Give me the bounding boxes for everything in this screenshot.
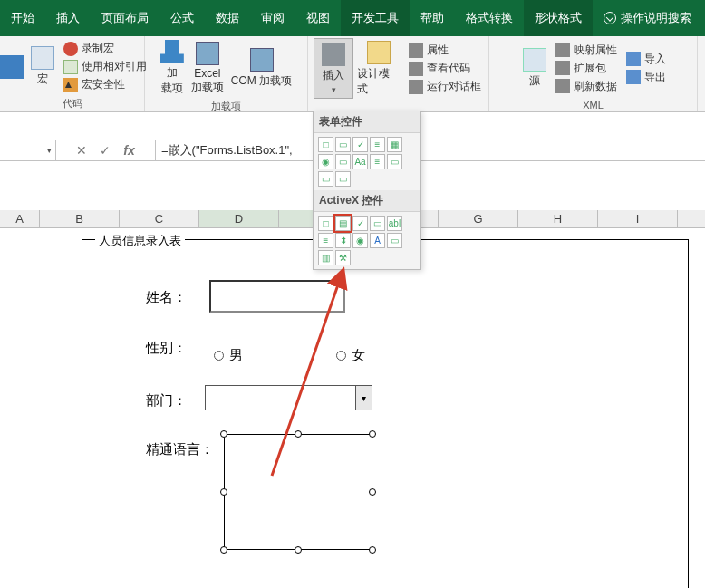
formula-input[interactable]: =嵌入("Forms.ListBox.1", [156,140,705,160]
use-relative-button[interactable]: 使用相对引用 [62,58,149,75]
col-H[interactable]: H [518,210,598,227]
properties-button[interactable]: 属性 [407,42,483,59]
col-G[interactable]: G [439,210,518,227]
resize-handle-e[interactable] [369,488,376,496]
excel-addins-button[interactable]: Excel 加载项 [188,38,227,98]
xml-source-button[interactable]: 源 [519,38,550,98]
tab-formulas[interactable]: 公式 [159,0,205,36]
tab-view[interactable]: 视图 [295,0,341,36]
macro-security-button[interactable]: ▲ 宏安全性 [62,76,149,93]
expansion-pack-button[interactable]: 扩展包 [554,60,619,77]
activex-label-icon[interactable]: A [370,233,385,248]
refresh-data-button[interactable]: 刷新数据 [554,78,619,95]
col-I[interactable]: I [598,210,678,227]
visual-basic-button[interactable] [0,38,27,95]
tab-developer[interactable]: 开发工具 [341,0,410,36]
addins-button[interactable]: 加 载项 [157,38,188,98]
tab-layout[interactable]: 页面布局 [91,0,159,36]
chevron-down-icon: ▾ [332,85,336,94]
activex-combo-icon[interactable]: ▭ [370,216,385,231]
activex-option-icon[interactable]: ◉ [352,233,368,248]
fx-icon[interactable]: fx [123,143,134,158]
import-icon [626,52,641,66]
cancel-edit-icon[interactable]: ✕ [76,143,87,158]
activex-controls-grid: □ ▤ ✓ ▭ abl ≡ ⬍ ◉ A ▭ ▥ ⚒ [314,212,420,269]
language-listbox[interactable] [224,434,372,550]
userform-frame[interactable]: 人员信息录入表 姓名： 性别： 男 女 部门： ▾ 精通语言： [82,239,689,588]
view-code-button[interactable]: 查看代码 [407,60,483,77]
resize-handle-w[interactable] [220,488,227,496]
form-checkbox-icon[interactable]: ✓ [352,137,368,152]
form-group-icon[interactable]: ▭ [335,154,351,169]
resize-handle-nw[interactable] [220,430,227,438]
macros-button[interactable]: 宏 [27,38,58,95]
form-generic1-icon[interactable]: ▭ [387,154,402,169]
activex-more-icon[interactable]: ⚒ [335,250,351,265]
tab-home[interactable]: 开始 [0,0,45,36]
namebox-dropdown-icon[interactable]: ▾ [47,146,52,155]
ribbon-group-xml: 源 映射属性 扩展包 刷新数据 导入 [489,36,698,111]
form-combobox-icon[interactable]: ▭ [335,137,351,152]
activex-check-icon[interactable]: ✓ [352,216,368,231]
record-macro-button[interactable]: 录制宏 [62,40,149,57]
tab-insert[interactable]: 插入 [45,0,91,36]
activex-image-icon[interactable]: ▭ [387,233,402,248]
ribbon-tab-strip: 开始 插入 页面布局 公式 数据 审阅 视图 开发工具 帮助 格式转换 形状格式… [0,0,705,36]
col-A[interactable]: A [0,210,40,227]
name-textbox[interactable] [209,280,345,313]
resize-handle-sw[interactable] [220,546,227,554]
form-spin-icon[interactable]: ≡ [370,137,385,152]
tell-me-search[interactable]: 操作说明搜索 [593,0,702,36]
activex-text-icon[interactable]: abl [387,216,402,231]
lang-label: 精通语言： [146,441,214,458]
gender-male-radio[interactable]: 男 [214,347,243,364]
accept-edit-icon[interactable]: ✓ [100,143,111,158]
insert-control-icon [322,43,345,66]
macros-label: 宏 [37,72,48,87]
frame-title: 人员信息录入表 [95,233,185,249]
radio-circle-icon [336,351,346,361]
name-box[interactable]: ▾ [0,140,56,160]
xml-import-button[interactable]: 导入 [624,51,668,68]
formula-toolbar: ✕ ✓ fx [56,140,156,160]
tab-data[interactable]: 数据 [205,0,250,36]
insert-control-button[interactable]: 插入 ▾ [314,38,353,99]
combobox-arrow-icon[interactable]: ▾ [355,386,372,410]
group-label-code: 代码 [5,95,139,111]
activex-scroll-icon[interactable]: ≡ [318,233,333,248]
com-addins-button[interactable]: COM 加载项 [227,38,295,98]
run-dialog-button[interactable]: 运行对话框 [407,78,483,95]
form-label-icon[interactable]: Aa [352,154,368,169]
tab-convert[interactable]: 格式转换 [455,0,524,36]
resize-handle-n[interactable] [295,430,302,438]
tab-help[interactable]: 帮助 [410,0,455,36]
form-listbox-icon[interactable]: ▦ [387,137,402,152]
activex-toggle-icon[interactable]: ▥ [318,250,333,265]
resize-handle-ne[interactable] [369,430,376,438]
resize-handle-se[interactable] [369,546,376,554]
export-icon [626,70,641,84]
col-D[interactable]: D [199,210,279,227]
form-option-icon[interactable]: ◉ [318,154,333,169]
popup-form-controls-header: 表单控件 [314,111,420,133]
worksheet-canvas[interactable]: 人员信息录入表 姓名： 性别： 男 女 部门： ▾ 精通语言： [0,228,705,588]
activex-listbox-icon[interactable]: ▤ [335,216,351,231]
form-generic3-icon[interactable]: ▭ [335,171,351,187]
form-button-icon[interactable]: □ [318,137,333,152]
xml-export-button[interactable]: 导出 [624,69,668,86]
form-scroll-icon[interactable]: ≡ [370,154,385,169]
activex-spin-icon[interactable]: ⬍ [335,233,351,248]
tab-review[interactable]: 审阅 [250,0,295,36]
com-addin-icon [250,48,274,72]
col-B[interactable]: B [40,210,120,227]
form-generic2-icon[interactable]: ▭ [318,171,333,187]
resize-handle-s[interactable] [295,546,302,554]
tab-shape-format[interactable]: 形状格式 [524,0,593,36]
activex-cmd-icon[interactable]: □ [318,216,333,231]
relative-icon [63,60,78,74]
dept-combobox[interactable]: ▾ [205,385,372,410]
design-mode-button[interactable]: 设计模式 [353,38,403,99]
gender-female-radio[interactable]: 女 [336,347,365,364]
col-C[interactable]: C [120,210,199,227]
map-properties-button[interactable]: 映射属性 [554,42,619,59]
